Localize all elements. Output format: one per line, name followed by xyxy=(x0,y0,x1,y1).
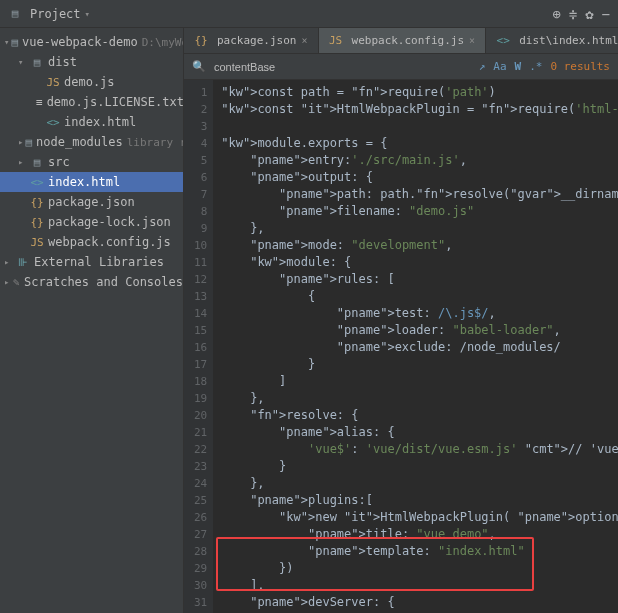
project-label-text: Project xyxy=(30,7,81,21)
search-results-count: 0 results xyxy=(550,60,610,73)
tree-item-label: index.html xyxy=(48,175,120,189)
collapse-icon[interactable]: ≑ xyxy=(569,6,577,22)
project-tool-window-label[interactable]: ▤ Project ▾ xyxy=(8,7,90,21)
hide-icon[interactable]: − xyxy=(602,6,610,22)
project-tree[interactable]: ▾ ▤ vue-webpack-demo D:\myWork ▾▤distJSd… xyxy=(0,28,184,613)
json-icon: {} xyxy=(30,216,44,229)
root-path: D:\myWork xyxy=(142,36,184,49)
tab-label: webpack.config.js xyxy=(352,34,465,47)
main-split: ▾ ▤ vue-webpack-demo D:\myWork ▾▤distJSd… xyxy=(0,28,618,613)
html-icon: <> xyxy=(496,34,510,47)
tree-item-label: package.json xyxy=(48,195,135,209)
locate-icon[interactable]: ⊕ xyxy=(552,6,560,22)
folder-icon: ▤ xyxy=(30,156,44,169)
editor-area: {}package.json×JSwebpack.config.js×<>dis… xyxy=(184,28,618,613)
scratches-label: Scratches and Consoles xyxy=(24,275,183,289)
settings-icon[interactable]: ✿ xyxy=(585,6,593,22)
txt-icon: ≡ xyxy=(36,96,43,109)
folder-icon: ▤ xyxy=(11,36,18,49)
folder-icon: ▤ xyxy=(25,136,32,149)
libraries-icon: ⊪ xyxy=(16,256,30,269)
regex-toggle[interactable]: .* xyxy=(529,60,542,73)
tree-item-demo-js[interactable]: JSdemo.js xyxy=(0,72,183,92)
tree-item-node-modules[interactable]: ▸▤node_moduleslibrary root xyxy=(0,132,183,152)
tree-item-label: node_modules xyxy=(36,135,123,149)
code-editor[interactable]: 1 2 3 4 5 6 7 8 9 10 11 12 13 14 15 16 1… xyxy=(184,80,618,613)
tree-item-package-json[interactable]: {}package.json xyxy=(0,192,183,212)
scratches[interactable]: ▸ ✎ Scratches and Consoles xyxy=(0,272,183,292)
folder-icon: ▤ xyxy=(30,56,44,69)
tree-root[interactable]: ▾ ▤ vue-webpack-demo D:\myWork xyxy=(0,32,183,52)
line-gutter: 1 2 3 4 5 6 7 8 9 10 11 12 13 14 15 16 1… xyxy=(184,80,213,613)
search-icon: 🔍 xyxy=(192,60,206,73)
editor-tabs: {}package.json×JSwebpack.config.js×<>dis… xyxy=(184,28,618,54)
chevron-right-icon: ▸ xyxy=(4,277,10,287)
code-content[interactable]: "kw">const path = "fn">require('path') "… xyxy=(213,80,618,613)
chevron-icon: ▸ xyxy=(18,157,28,167)
close-icon[interactable]: × xyxy=(469,35,475,46)
external-libraries-label: External Libraries xyxy=(34,255,164,269)
html-icon: <> xyxy=(30,176,44,189)
tab-label: package.json xyxy=(217,34,296,47)
search-newtab-icon[interactable]: ↗ xyxy=(479,60,486,73)
tree-item-hint: library root xyxy=(127,136,184,149)
html-icon: <> xyxy=(46,116,60,129)
tab-package-json[interactable]: {}package.json× xyxy=(184,28,319,53)
js-icon: JS xyxy=(329,34,343,47)
json-icon: {} xyxy=(194,34,208,47)
tree-item-dist[interactable]: ▾▤dist xyxy=(0,52,183,72)
tree-item-src[interactable]: ▸▤src xyxy=(0,152,183,172)
tree-item-index-html[interactable]: <>index.html xyxy=(0,112,183,132)
js-icon: JS xyxy=(46,76,60,89)
chevron-icon: ▸ xyxy=(18,137,23,147)
tree-item-label: package-lock.json xyxy=(48,215,171,229)
tab-dist-index-html[interactable]: <>dist\index.html× xyxy=(486,28,618,53)
match-case-toggle[interactable]: Aa xyxy=(493,60,506,73)
search-input[interactable] xyxy=(214,61,471,73)
toolbar-actions: ⊕ ≑ ✿ − xyxy=(552,6,610,22)
project-icon: ▤ xyxy=(8,7,22,20)
tree-item-webpack-config-js[interactable]: JSwebpack.config.js xyxy=(0,232,183,252)
js-icon: JS xyxy=(30,236,44,249)
root-label: vue-webpack-demo xyxy=(22,35,138,49)
json-icon: {} xyxy=(30,196,44,209)
external-libraries[interactable]: ▸ ⊪ External Libraries xyxy=(0,252,183,272)
chevron-down-icon: ▾ xyxy=(85,9,90,19)
tree-item-label: src xyxy=(48,155,70,169)
tree-item-label: dist xyxy=(48,55,77,69)
tree-item-label: index.html xyxy=(64,115,136,129)
chevron-icon: ▾ xyxy=(18,57,28,67)
tree-item-index-html[interactable]: <>index.html xyxy=(0,172,183,192)
tree-item-label: demo.js xyxy=(64,75,115,89)
find-bar: 🔍 ↗ Aa W .* 0 results xyxy=(184,54,618,80)
chevron-down-icon: ▾ xyxy=(4,37,9,47)
tree-item-package-lock-json[interactable]: {}package-lock.json xyxy=(0,212,183,232)
whole-word-toggle[interactable]: W xyxy=(515,60,522,73)
scratches-icon: ✎ xyxy=(12,276,20,289)
tree-item-label: demo.js.LICENSE.txt xyxy=(47,95,184,109)
close-icon[interactable]: × xyxy=(301,35,307,46)
project-toolbar: ▤ Project ▾ ⊕ ≑ ✿ − xyxy=(0,0,618,28)
tree-item-label: webpack.config.js xyxy=(48,235,171,249)
tree-item-demo-js-license-txt[interactable]: ≡demo.js.LICENSE.txt xyxy=(0,92,183,112)
chevron-right-icon: ▸ xyxy=(4,257,14,267)
tab-webpack-config-js[interactable]: JSwebpack.config.js× xyxy=(319,28,487,53)
tab-label: dist\index.html xyxy=(519,34,618,47)
